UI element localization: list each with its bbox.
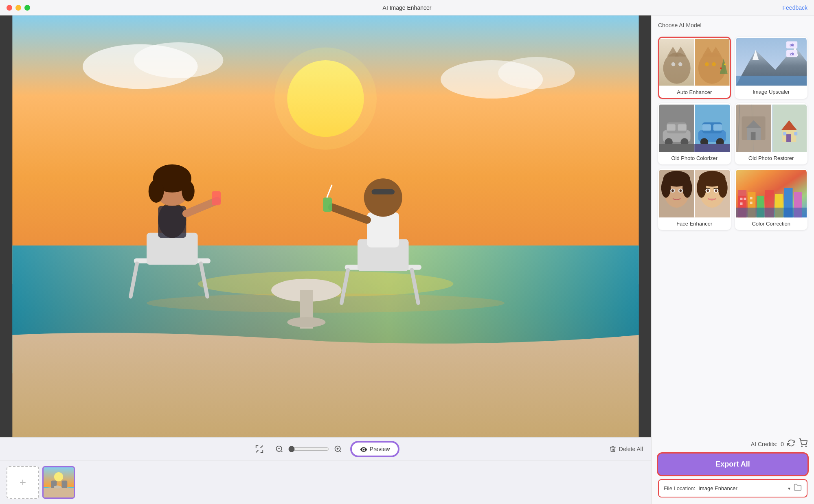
open-folder-button[interactable] [794, 483, 802, 493]
svg-rect-132 [737, 190, 746, 196]
minimize-dot[interactable] [15, 5, 21, 11]
svg-rect-92 [702, 124, 711, 131]
add-image-button[interactable]: + [7, 466, 39, 499]
svg-point-69 [724, 64, 726, 65]
svg-point-127 [706, 189, 709, 192]
svg-point-4 [134, 42, 224, 78]
svg-line-43 [339, 450, 341, 452]
svg-rect-22 [212, 191, 221, 206]
svg-line-40 [281, 450, 282, 452]
refresh-credits-button[interactable] [787, 439, 795, 449]
svg-rect-143 [750, 197, 752, 199]
upscaler-image: 8k 2k [736, 37, 807, 86]
ai-credits-count: 0 [781, 441, 784, 447]
svg-point-61 [678, 62, 682, 66]
crop-tool-button[interactable] [252, 442, 266, 456]
svg-point-146 [805, 446, 806, 447]
svg-line-38 [260, 445, 263, 448]
svg-point-66 [712, 62, 716, 66]
svg-rect-102 [750, 132, 755, 140]
svg-rect-52 [61, 480, 67, 488]
model-grid: Auto Enhancer [658, 37, 807, 230]
close-dot[interactable] [7, 5, 12, 11]
svg-rect-30 [372, 189, 395, 195]
svg-rect-86 [667, 124, 675, 131]
face-enhancer-image [659, 169, 730, 218]
maximize-dot[interactable] [24, 5, 30, 11]
eye-icon [360, 446, 367, 452]
svg-point-121 [679, 189, 682, 192]
transform-tools [252, 442, 266, 456]
svg-point-125 [718, 178, 727, 197]
upscaler-label: Image Upscaler [736, 86, 807, 97]
svg-point-53 [54, 485, 61, 488]
svg-rect-20 [158, 206, 186, 238]
model-card-auto-enhancer[interactable]: Auto Enhancer [658, 37, 731, 99]
model-card-face-enhancer[interactable]: Face Enhancer [658, 169, 731, 230]
restorer-image [736, 104, 807, 153]
model-card-old-photo-restorer[interactable]: Old Photo Restorer [735, 103, 808, 164]
model-card-image-upscaler[interactable]: 8k 2k Image Upscaler [735, 37, 808, 99]
svg-point-65 [705, 62, 709, 66]
auto-enhancer-label: Auto Enhancer [659, 87, 730, 98]
svg-rect-87 [678, 124, 687, 131]
main-image [0, 15, 651, 437]
thumbnail-item[interactable] [42, 466, 75, 499]
svg-point-49 [54, 472, 63, 481]
feedback-link[interactable]: Feedback [783, 4, 807, 11]
bottom-section: AI Credits: 0 [658, 438, 807, 497]
svg-point-116 [661, 178, 671, 197]
svg-point-18 [149, 180, 164, 203]
trash-icon [609, 445, 617, 453]
export-all-button[interactable]: Export All [658, 454, 807, 475]
svg-rect-142 [740, 202, 742, 205]
svg-point-68 [720, 67, 722, 69]
svg-point-145 [801, 446, 802, 447]
file-location-label: File Location: [664, 485, 695, 491]
zoom-controls [273, 443, 344, 456]
svg-point-60 [671, 62, 676, 66]
section-title: Choose AI Model [658, 22, 807, 28]
file-location-row: File Location: Image Enhancer ▾ [658, 479, 807, 497]
svg-point-2 [274, 47, 377, 149]
left-panel: Preview Delete All + [0, 15, 651, 504]
zoom-in-button[interactable] [331, 443, 344, 456]
thumbnail-preview [44, 467, 74, 497]
restorer-label: Old Photo Restorer [736, 153, 807, 164]
window-controls [7, 5, 30, 11]
svg-rect-28 [367, 212, 399, 247]
right-panel: Choose AI Model [651, 15, 814, 504]
color-correction-image [736, 169, 807, 218]
cart-button[interactable] [799, 438, 807, 449]
svg-rect-94 [659, 144, 694, 152]
delete-all-button[interactable]: Delete All [609, 445, 643, 453]
svg-rect-32 [323, 197, 332, 212]
zoom-slider[interactable] [288, 446, 329, 452]
app-title: AI Image Enhancer [383, 4, 432, 11]
svg-point-19 [182, 181, 194, 202]
file-location-select[interactable]: Image Enhancer [698, 485, 786, 491]
svg-rect-110 [794, 132, 797, 136]
svg-rect-109 [783, 132, 786, 136]
svg-rect-141 [744, 198, 746, 200]
chevron-down-icon: ▾ [788, 486, 790, 491]
auto-enhancer-image [659, 38, 730, 87]
model-card-color-correction[interactable]: Color Correction [735, 169, 808, 230]
zoom-out-button[interactable] [273, 443, 286, 456]
svg-point-119 [671, 189, 674, 192]
face-enhancer-label: Face Enhancer [659, 218, 730, 229]
main-layout: Preview Delete All + [0, 15, 814, 504]
model-card-old-photo-colorizer[interactable]: Old Photo Colorizer [658, 103, 731, 164]
svg-rect-139 [736, 208, 807, 217]
svg-rect-95 [694, 144, 730, 152]
svg-point-6 [498, 57, 575, 89]
file-location-select-wrapper: Image Enhancer ▾ [698, 485, 790, 491]
colorizer-image [659, 104, 730, 153]
svg-line-37 [256, 450, 258, 452]
preview-button[interactable]: Preview [351, 442, 399, 456]
svg-point-29 [364, 178, 402, 217]
canvas-area[interactable] [0, 15, 651, 437]
thumbnail-strip: + [0, 460, 651, 504]
ai-credits-label: AI Credits: [751, 441, 777, 447]
svg-rect-93 [713, 124, 722, 131]
